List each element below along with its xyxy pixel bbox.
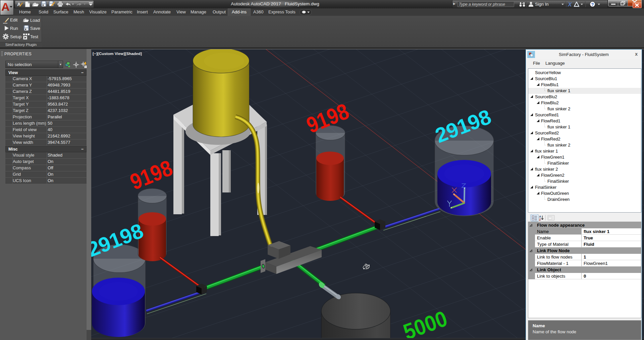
svg-text:Z: Z	[539, 218, 541, 221]
svg-text:Sign In: Sign In	[535, 2, 548, 7]
svg-text:X: X	[568, 1, 572, 8]
svg-text:5000: 5000	[400, 306, 450, 340]
svg-text:?: ?	[591, 2, 594, 7]
svg-text:+: +	[532, 218, 534, 220]
svg-text:A: A	[1, 0, 10, 13]
svg-text:+: +	[532, 215, 534, 218]
